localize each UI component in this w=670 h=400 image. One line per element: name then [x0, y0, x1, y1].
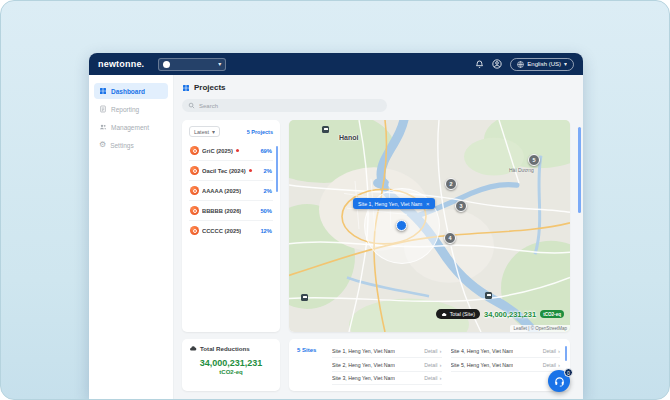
brand-logo: newtonne.: [98, 59, 144, 69]
project-list-item[interactable]: AAAAA (2025) 2%: [189, 181, 273, 201]
chevron-right-icon: ›: [440, 375, 442, 381]
search-icon: [188, 102, 195, 109]
map-total-value: 34,000,231,231: [484, 310, 536, 319]
report-document-icon: [99, 105, 107, 113]
alert-dot-icon: [236, 149, 239, 152]
map-attribution: Leaflet | © OpenStreetMap: [510, 325, 570, 332]
detail-label: Detail: [543, 348, 556, 354]
map[interactable]: Hanoi Hải Dương 5 2 3: [289, 120, 570, 332]
sort-dropdown[interactable]: Latest ▾: [189, 126, 220, 137]
project-list-item[interactable]: Oacil Tec (2024) 2%: [189, 161, 273, 181]
sort-label: Latest: [194, 129, 209, 135]
sidebar-item-label: Management: [111, 124, 149, 131]
map-marker-3[interactable]: 3: [455, 200, 467, 212]
sites-scrollbar[interactable]: [565, 346, 568, 361]
project-list-item[interactable]: BBBBB (2026) 50%: [189, 201, 273, 221]
map-city-label: Hanoi: [339, 134, 358, 141]
site-detail-link[interactable]: Detail ›: [424, 348, 441, 354]
project-list-item[interactable]: CCCCC (2025) 12%: [189, 221, 273, 240]
site-list-item[interactable]: Site 1, Heng Yen, Viet Nam Detail ›: [332, 345, 442, 358]
page-background: newtonne. ▾ English (US) ▾: [0, 0, 670, 400]
sites-column-2: Site 4, Heng Yen, Viet Nam Detail › Site…: [451, 345, 561, 386]
language-selector[interactable]: English (US) ▾: [510, 58, 574, 71]
map-total-unit-badge: tCO2-eq: [540, 310, 564, 318]
sidebar-item-label: Reporting: [111, 106, 139, 113]
sites-column-1: Site 1, Heng Yen, Viet Nam Detail › Site…: [332, 345, 442, 386]
project-avatar-icon: [190, 206, 199, 215]
sidebar-item-label: Settings: [110, 142, 134, 149]
project-avatar-icon: [190, 226, 199, 235]
headset-icon: [554, 376, 565, 387]
project-name: Oacil Tec (2024): [202, 168, 246, 174]
project-name: AAAAA (2025): [202, 188, 241, 194]
marker-number: 5: [532, 157, 535, 163]
user-avatar-icon[interactable]: [492, 59, 502, 69]
main-content: Projects Latest: [174, 75, 583, 399]
chevron-down-icon: ▾: [212, 129, 215, 135]
sidebar-item-label: Dashboard: [111, 88, 145, 95]
site-tooltip[interactable]: Site 1, Heng Yen, Viet Nam ×: [353, 198, 435, 209]
project-avatar-icon: [190, 166, 199, 175]
total-reductions-header: Total Reductions: [189, 345, 273, 352]
dashboard-grid: Latest ▾ 5 Projects GriC (2025): [182, 120, 570, 391]
map-place-label: Hải Dương: [509, 167, 534, 173]
projects-list: GriC (2025) 69% Oacil Tec (2024) 2%: [189, 141, 273, 240]
project-avatar-icon: [190, 146, 199, 155]
projects-scrollbar[interactable]: [276, 146, 279, 192]
site-list-item[interactable]: Site 4, Heng Yen, Viet Nam Detail ›: [451, 345, 561, 358]
map-marker-4[interactable]: 4: [444, 232, 456, 244]
sidebar-item-management[interactable]: Management: [94, 119, 168, 135]
app-header: newtonne. ▾ English (US) ▾: [89, 53, 583, 75]
project-progress: 12%: [260, 228, 272, 234]
chevron-right-icon: ›: [558, 362, 560, 368]
site-list-item[interactable]: Site 2, Heng Yen, Viet Nam Detail ›: [332, 358, 442, 371]
page-scrollbar[interactable]: [578, 127, 581, 213]
site-detail-link[interactable]: Detail ›: [543, 348, 560, 354]
map-marker-2[interactable]: 2: [445, 178, 457, 190]
page-title-row: Projects: [182, 83, 570, 92]
total-site-pill: Total (Site): [436, 309, 480, 319]
site-list-item[interactable]: Site 3, Heng Yen, Viet Nam Detail ›: [332, 372, 442, 385]
org-selector[interactable]: ▾: [158, 58, 226, 71]
search-input[interactable]: [199, 103, 381, 109]
sidebar-item-reporting[interactable]: Reporting: [94, 101, 168, 117]
selected-site-pin[interactable]: [396, 220, 407, 231]
alert-dot-icon: [249, 169, 252, 172]
project-progress: 69%: [260, 148, 272, 154]
total-reductions-title: Total Reductions: [200, 345, 250, 352]
chevron-right-icon: ›: [558, 348, 560, 354]
search-bar[interactable]: [182, 99, 387, 112]
chevron-right-icon: ›: [440, 362, 442, 368]
chevron-down-icon: ▾: [564, 61, 567, 67]
site-list-item[interactable]: Site 5, Heng Yen, Viet Nam Detail ›: [451, 358, 561, 371]
detail-label: Detail: [543, 362, 556, 368]
page-title: Projects: [194, 83, 226, 92]
site-detail-link[interactable]: Detail ›: [424, 375, 441, 381]
marker-number: 4: [448, 235, 451, 241]
site-detail-link[interactable]: Detail ›: [543, 362, 560, 368]
total-reductions-card: Total Reductions 34,000,231,231 tCO2-eq: [182, 339, 280, 391]
notification-bell-icon[interactable]: [475, 59, 484, 69]
globe-icon: [517, 61, 524, 68]
support-fab-button[interactable]: 0: [548, 370, 570, 392]
site-name: Site 4, Heng Yen, Viet Nam: [451, 348, 514, 354]
site-detail-link[interactable]: Detail ›: [424, 362, 441, 368]
sidebar-item-settings[interactable]: ⚙ Settings: [94, 137, 168, 153]
sites-panel: 5 Sites Site 1, Heng Yen, Viet Nam Detai…: [289, 339, 570, 391]
marker-number: 2: [449, 181, 452, 187]
projects-grid-icon: [182, 84, 190, 92]
right-column: Hanoi Hải Dương 5 2 3: [289, 120, 570, 391]
transit-station-icon: [301, 294, 308, 301]
total-site-label: Total (Site): [450, 311, 475, 317]
total-reductions-unit: tCO2-eq: [189, 369, 273, 375]
project-name: CCCCC (2025): [202, 228, 241, 234]
marker-number: 3: [459, 203, 462, 209]
chevron-down-icon: ▾: [218, 61, 221, 67]
sidebar-item-dashboard[interactable]: Dashboard: [94, 83, 168, 99]
map-marker-5[interactable]: 5: [528, 154, 540, 166]
project-name: GriC (2025): [202, 148, 233, 154]
project-list-item[interactable]: GriC (2025) 69%: [189, 141, 273, 161]
project-progress: 50%: [260, 208, 272, 214]
sites-count: 5 Sites: [297, 345, 323, 386]
close-icon[interactable]: ×: [426, 201, 430, 207]
